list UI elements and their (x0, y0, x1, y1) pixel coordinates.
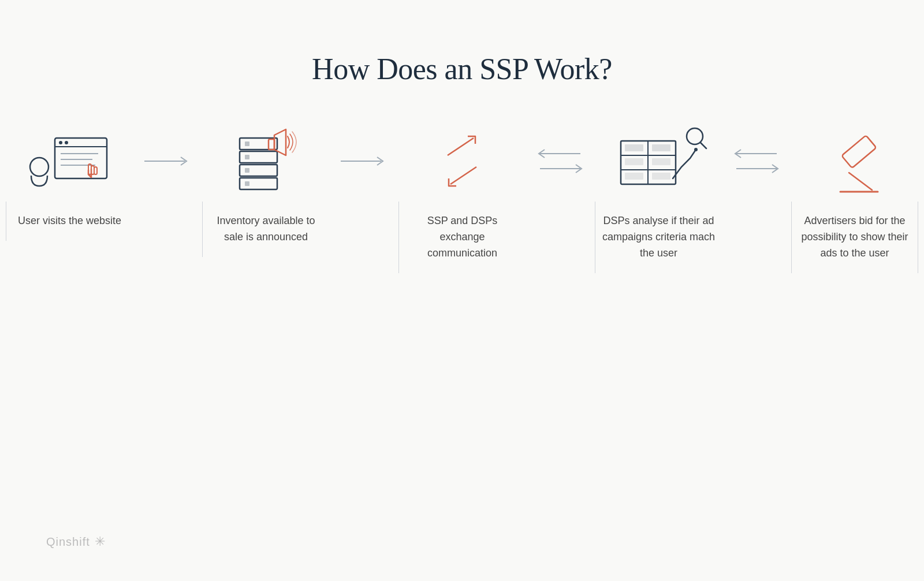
svg-point-3 (59, 141, 62, 144)
svg-rect-1 (55, 138, 107, 178)
svg-rect-19 (245, 181, 249, 186)
text-col-1: User visits the website (6, 202, 133, 241)
svg-rect-17 (245, 155, 249, 159)
svg-rect-20 (269, 139, 274, 150)
svg-rect-41 (841, 135, 876, 168)
step-2-label: Inventory available to sale is announced (217, 215, 315, 243)
step-col-1 (6, 121, 133, 202)
svg-rect-34 (625, 173, 643, 180)
svg-rect-31 (652, 144, 670, 151)
ssp-server-icon (219, 121, 312, 202)
user-website-icon (23, 121, 116, 202)
svg-point-0 (30, 158, 49, 176)
logo-text: Qinshift (46, 535, 90, 549)
diagram-section (0, 121, 924, 202)
page-title: How Does an SSP Work? (312, 52, 612, 86)
arrow-4 (722, 121, 791, 202)
svg-rect-35 (652, 173, 670, 180)
svg-rect-30 (625, 144, 643, 151)
step-4-label: DSPs analyse if their ad campaigns crite… (602, 215, 715, 259)
svg-line-23 (450, 167, 476, 184)
svg-rect-33 (652, 158, 670, 165)
step-col-4 (595, 121, 722, 202)
step-5-label: Advertisers bid for the possibility to s… (801, 215, 908, 259)
bid-icon (808, 121, 901, 202)
svg-line-38 (701, 143, 706, 148)
svg-point-36 (694, 148, 698, 151)
arrow-1 (133, 121, 202, 202)
svg-rect-32 (625, 158, 643, 165)
step-col-3 (398, 121, 526, 202)
svg-rect-10 (94, 167, 97, 174)
step-col-5 (791, 121, 918, 202)
text-col-2: Inventory available to sale is announced (202, 202, 329, 257)
text-col-4: DSPs analyse if their ad campaigns crite… (595, 202, 722, 273)
arrow-3 (526, 121, 595, 202)
svg-line-42 (849, 173, 872, 190)
svg-point-4 (65, 141, 68, 144)
exchange-icon (416, 121, 508, 202)
svg-line-22 (448, 138, 474, 155)
step-1-label: User visits the website (18, 215, 121, 226)
step-col-2 (202, 121, 329, 202)
svg-rect-18 (245, 168, 249, 173)
text-col-3: SSP and DSPs exchange communication (398, 202, 526, 273)
logo-symbol: ✳︎ (95, 534, 106, 549)
step-3-label: SSP and DSPs exchange communication (427, 215, 498, 259)
arrow-2 (329, 121, 398, 202)
svg-rect-16 (245, 141, 249, 146)
text-col-5: Advertisers bid for the possibility to s… (791, 202, 918, 273)
text-labels-section: User visits the website Inventory availa… (0, 202, 924, 273)
logo: Qinshift ✳︎ (46, 534, 106, 549)
dsp-analyse-icon (609, 121, 707, 202)
